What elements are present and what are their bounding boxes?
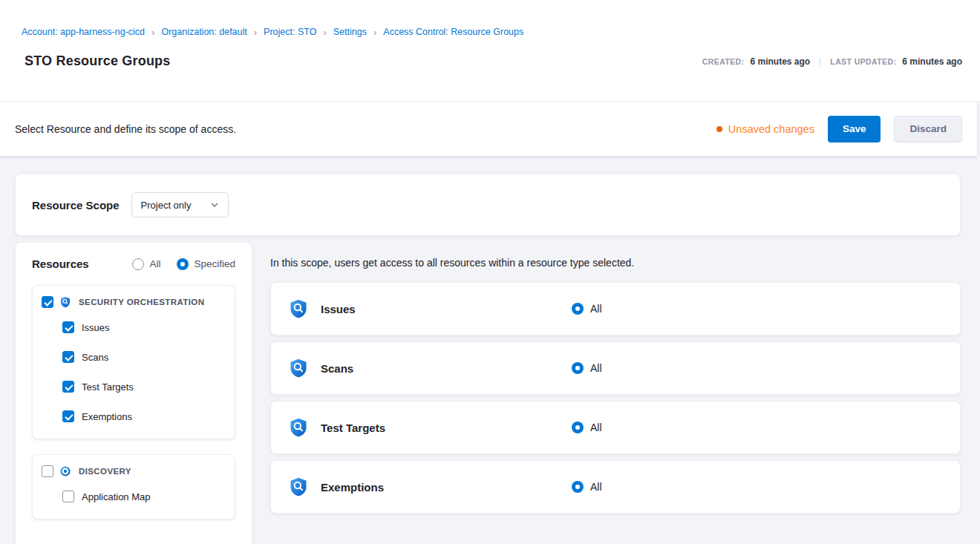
radio-all-label: All (590, 303, 602, 315)
breadcrumb-resource-groups-link[interactable]: Access Control: Resource Groups (383, 27, 523, 37)
checkbox-label: Exemptions (82, 411, 132, 422)
resource-row-radio-all[interactable]: All (572, 303, 602, 315)
discovery-icon (59, 465, 71, 477)
page-title: STO Resource Groups (24, 53, 171, 69)
resource-rows-area: In this scope, users get access to all r… (270, 242, 961, 520)
unsaved-changes-label: Unsaved changes (728, 123, 814, 135)
checkbox-label: Scans (82, 352, 108, 363)
radio-selected-icon[interactable] (572, 422, 584, 433)
action-toolbar: Select Resource and define its scope of … (0, 102, 977, 156)
radio-selected-icon[interactable] (572, 362, 584, 374)
chevron-down-icon (210, 200, 219, 209)
resource-checkbox-exemptions[interactable]: Exemptions (62, 402, 224, 431)
checkbox-label: Application Map (82, 491, 151, 502)
resource-row-label: Scans (321, 362, 572, 375)
resource-checkbox-issues[interactable]: Issues (62, 312, 224, 342)
resource-scope-selected-value: Project only (141, 200, 192, 211)
chevron-right-icon: › (254, 27, 257, 37)
resource-scope-dropdown[interactable]: Project only (131, 192, 229, 217)
resource-row-radio-all[interactable]: All (572, 362, 602, 374)
radio-selected-icon[interactable] (177, 258, 189, 270)
resource-group-discovery: DISCOVERY Application Map (32, 454, 235, 520)
group-checkbox-unchecked[interactable] (42, 465, 53, 477)
toolbar-description: Select Resource and define its scope of … (15, 123, 236, 135)
radio-all-label: All (149, 258, 160, 269)
checkbox-checked-icon[interactable] (62, 381, 74, 393)
resource-scope-label: Resource Scope (32, 199, 120, 212)
resource-row-radio-all[interactable]: All (572, 422, 602, 433)
breadcrumb: Account: app-harness-ng-cicd › Organizat… (22, 27, 962, 37)
breadcrumb-organization-link[interactable]: Organization: default (161, 27, 246, 37)
discard-button[interactable]: Discard (894, 116, 962, 142)
last-updated-value: 6 minutes ago (902, 56, 962, 67)
chevron-right-icon: › (323, 27, 326, 37)
resource-row-scans: Scans All (270, 341, 961, 395)
scope-description: In this scope, users get access to all r… (270, 257, 961, 269)
checkbox-label: Issues (82, 322, 110, 333)
resources-radio-all[interactable]: All (132, 258, 160, 270)
shield-search-icon (59, 296, 71, 308)
resource-group-security-orchestration: SECURITY ORCHESTRATION Issues Scans Test… (32, 285, 235, 439)
radio-unselected-icon[interactable] (132, 258, 144, 270)
resource-row-label: Issues (321, 303, 572, 315)
checkbox-label: Test Targets (82, 381, 134, 393)
breadcrumb-settings-link[interactable]: Settings (333, 27, 367, 37)
resources-panel: Resources All Specified SECURITY ORCHEST… (15, 242, 252, 544)
radio-all-label: All (590, 422, 602, 433)
group-header: DISCOVERY (42, 465, 224, 477)
chevron-right-icon: › (151, 27, 154, 37)
radio-selected-icon[interactable] (572, 303, 584, 315)
main-content: Resource Scope Project only Resources Al… (0, 156, 980, 544)
shield-search-icon (288, 417, 309, 438)
meta-divider: | (819, 56, 821, 67)
chevron-right-icon: › (373, 27, 376, 37)
group-header: SECURITY ORCHESTRATION (42, 296, 224, 308)
unsaved-dot-icon (716, 126, 722, 132)
breadcrumb-account-link[interactable]: Account: app-harness-ng-cicd (22, 27, 145, 37)
breadcrumb-project-link[interactable]: Project: STO (264, 27, 316, 37)
resource-row-radio-all[interactable]: All (572, 481, 602, 493)
shield-search-icon (288, 476, 309, 497)
page-header: Account: app-harness-ng-cicd › Organizat… (0, 0, 980, 102)
resource-scope-card: Resource Scope Project only (15, 174, 961, 236)
radio-specified-label: Specified (194, 258, 235, 269)
radio-selected-icon[interactable] (572, 481, 584, 493)
unsaved-changes-indicator: Unsaved changes (716, 123, 814, 135)
resource-row-issues: Issues All (270, 282, 961, 335)
group-name: SECURITY ORCHESTRATION (79, 298, 204, 307)
resources-radio-specified[interactable]: Specified (177, 258, 235, 270)
created-label: CREATED: (702, 57, 745, 66)
checkbox-checked-icon[interactable] (62, 321, 74, 333)
created-value: 6 minutes ago (751, 56, 811, 67)
resource-row-label: Test Targets (321, 422, 572, 434)
resource-checkbox-scans[interactable]: Scans (62, 342, 224, 372)
resource-row-test-targets: Test Targets All (270, 401, 961, 454)
resources-panel-title: Resources (32, 258, 89, 270)
resource-row-label: Exemptions (321, 481, 572, 494)
resource-checkbox-test-targets[interactable]: Test Targets (62, 372, 224, 402)
shield-search-icon (288, 358, 309, 378)
timestamps: CREATED: 6 minutes ago | LAST UPDATED: 6… (702, 56, 962, 67)
shield-search-icon (288, 298, 309, 319)
resource-checkbox-application-map[interactable]: Application Map (62, 482, 224, 511)
group-checkbox-checked[interactable] (42, 296, 53, 308)
resource-row-exemptions: Exemptions All (270, 460, 961, 514)
radio-all-label: All (590, 362, 602, 374)
radio-all-label: All (590, 481, 602, 493)
group-name: DISCOVERY (79, 467, 131, 476)
checkbox-checked-icon[interactable] (62, 410, 74, 422)
save-button[interactable]: Save (828, 116, 881, 142)
checkbox-checked-icon[interactable] (62, 351, 74, 363)
last-updated-label: LAST UPDATED: (830, 57, 896, 66)
checkbox-unchecked-icon[interactable] (62, 491, 74, 502)
